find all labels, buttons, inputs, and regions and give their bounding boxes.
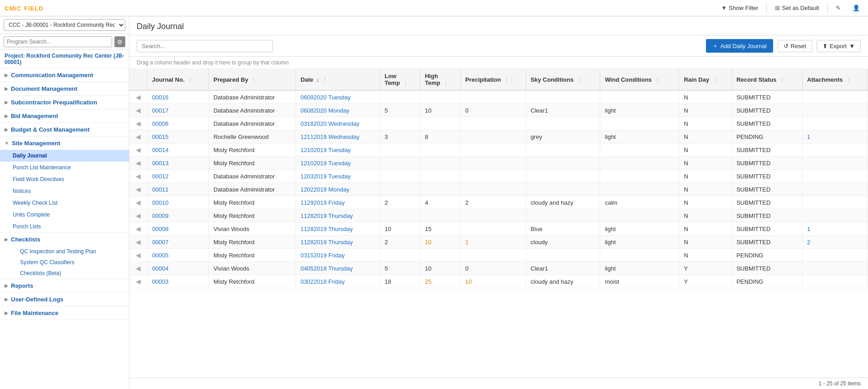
col-low-temp[interactable]: LowTemp ⋮ xyxy=(380,69,420,90)
journal-no-cell[interactable]: 00003 xyxy=(148,275,209,288)
col-menu-icon[interactable]: ⋮ xyxy=(846,78,851,83)
row-expand-button[interactable]: ◀ xyxy=(134,94,143,101)
date-cell[interactable]: 11282019 Thursday xyxy=(296,222,380,236)
attachments-cell[interactable]: 1 xyxy=(802,222,868,236)
col-menu-icon[interactable]: ⋮ xyxy=(655,78,660,83)
sidebar-item-qc-inspection[interactable]: QC Inspection and Testing Plan xyxy=(0,246,129,257)
journal-no-cell[interactable]: 00005 xyxy=(148,249,209,262)
date-cell[interactable]: 12102019 Tuesday xyxy=(296,143,380,157)
sidebar-item-budget[interactable]: ▶ Budget & Cost Management xyxy=(0,123,129,136)
date-cell[interactable]: 03152019 Friday xyxy=(296,249,380,262)
date-cell[interactable]: 12032019 Tuesday xyxy=(296,170,380,183)
sidebar-item-system-qc[interactable]: System QC Classifiers xyxy=(0,257,129,268)
sidebar-item-checklists[interactable]: ▶ Checklists xyxy=(0,233,129,246)
attachments-cell[interactable]: 2 xyxy=(802,236,868,249)
journal-no-cell[interactable]: 00015 xyxy=(148,130,209,143)
user-button[interactable]: 👤 xyxy=(849,3,863,13)
date-cell[interactable]: 11282019 Thursday xyxy=(296,209,380,222)
sidebar-item-file[interactable]: ▶ File Maintenance xyxy=(0,306,129,320)
col-menu-icon[interactable]: ⋮ xyxy=(403,81,408,86)
attachments-cell[interactable]: 1 xyxy=(802,130,868,143)
date-cell[interactable]: 06092020 Tuesday xyxy=(296,90,380,104)
date-cell[interactable]: 03022018 Friday xyxy=(296,275,380,288)
row-expand-button[interactable]: ◀ xyxy=(134,199,143,206)
row-expand-button[interactable]: ◀ xyxy=(134,159,143,167)
sidebar-item-reports[interactable]: ▶ Reports xyxy=(0,279,129,292)
journal-no-cell[interactable]: 00017 xyxy=(148,104,209,117)
col-journal-no[interactable]: Journal No. ⋮ xyxy=(148,69,209,90)
row-expand-button[interactable]: ◀ xyxy=(134,133,143,140)
journal-no-cell[interactable]: 00011 xyxy=(148,183,209,196)
col-wind[interactable]: Wind Conditions ⋮ xyxy=(600,69,679,90)
col-precipitation[interactable]: Precipitation ⋮ xyxy=(460,69,526,90)
col-menu-icon[interactable]: ⋮ xyxy=(780,78,784,83)
edit-button[interactable]: ✎ xyxy=(832,3,844,13)
row-expand-button[interactable]: ◀ xyxy=(134,186,143,193)
row-expand-button[interactable]: ◀ xyxy=(134,107,143,114)
sidebar-item-checklists-beta[interactable]: Checklists (Beta) xyxy=(0,268,129,279)
row-expand-button[interactable]: ◀ xyxy=(134,265,143,272)
journal-no-cell[interactable]: 00012 xyxy=(148,170,209,183)
journal-no-cell[interactable]: 00009 xyxy=(148,209,209,222)
journal-no-cell[interactable]: 00014 xyxy=(148,143,209,157)
row-expand-button[interactable]: ◀ xyxy=(134,238,143,246)
col-menu-icon[interactable]: ⋮ xyxy=(323,78,327,83)
add-daily-journal-button[interactable]: ＋ Add Daily Journal xyxy=(706,39,773,53)
sidebar-item-field-work[interactable]: Field Work Directives xyxy=(0,173,129,185)
journal-no-cell[interactable]: 00006 xyxy=(148,117,209,130)
sidebar-settings-button[interactable]: ⚙ xyxy=(114,36,125,47)
sidebar-item-weekly-check[interactable]: Weekly Check List xyxy=(0,197,129,209)
date-cell[interactable]: 12022019 Monday xyxy=(296,183,380,196)
sidebar-item-bid[interactable]: ▶ Bid Management xyxy=(0,109,129,123)
reset-button[interactable]: ↺ Reset xyxy=(778,40,812,52)
journal-no-cell[interactable]: 00008 xyxy=(148,222,209,236)
date-cell[interactable]: 12102019 Tuesday xyxy=(296,157,380,170)
date-cell[interactable]: 11292019 Friday xyxy=(296,196,380,209)
journal-no-cell[interactable]: 00007 xyxy=(148,236,209,249)
date-cell[interactable]: 04052018 Thursday xyxy=(296,262,380,275)
sidebar-item-site[interactable]: ▼ Site Management xyxy=(0,137,129,150)
row-expand-button[interactable]: ◀ xyxy=(134,120,143,127)
row-expand-button[interactable]: ◀ xyxy=(134,225,143,232)
col-menu-icon[interactable]: ⋮ xyxy=(504,78,509,83)
row-expand-button[interactable]: ◀ xyxy=(134,146,143,153)
col-high-temp[interactable]: HighTemp ⋮ xyxy=(420,69,460,90)
export-button[interactable]: ⬆ Export ▼ xyxy=(817,40,861,52)
col-menu-icon[interactable]: ⋮ xyxy=(188,78,192,83)
journal-no-cell[interactable]: 00010 xyxy=(148,196,209,209)
sidebar-item-punch-list[interactable]: Punch List Maintenance xyxy=(0,162,129,173)
journal-no-cell[interactable]: 00004 xyxy=(148,262,209,275)
sidebar-item-units-complete[interactable]: Units Complete xyxy=(0,209,129,221)
sidebar-search-input[interactable] xyxy=(4,36,112,47)
row-expand-button[interactable]: ◀ xyxy=(134,251,143,259)
sidebar-item-punch-lists[interactable]: Punch Lists xyxy=(0,221,129,232)
project-selector[interactable]: CCC - JB-00001 - Rockford Community Rec … xyxy=(4,19,125,31)
sidebar-item-notices[interactable]: Notices xyxy=(0,185,129,197)
journal-no-cell[interactable]: 00013 xyxy=(148,157,209,170)
show-filter-button[interactable]: ▼ Show Filter xyxy=(717,3,762,13)
col-date[interactable]: Date ↓ ⋮ xyxy=(296,69,380,90)
col-menu-icon[interactable]: ⋮ xyxy=(252,78,256,83)
sidebar-item-communication[interactable]: ▶ Communication Management xyxy=(0,69,129,82)
col-record-status[interactable]: Record Status ⋮ xyxy=(732,69,803,90)
date-cell[interactable]: 06082020 Monday xyxy=(296,104,380,117)
col-prepared-by[interactable]: Prepared By ⋮ xyxy=(209,69,296,90)
date-cell[interactable]: 03182020 Wednesday xyxy=(296,117,380,130)
col-sky[interactable]: Sky Conditions ⋮ xyxy=(526,69,600,90)
date-cell[interactable]: 12112019 Wednesday xyxy=(296,130,380,143)
col-attachments[interactable]: Attachments ⋮ xyxy=(802,69,868,90)
sidebar-item-subcontractor[interactable]: ▶ Subcontractor Prequalification xyxy=(0,96,129,109)
set-as-default-button[interactable]: ⊞ Set as Default xyxy=(771,3,823,13)
sidebar-item-document[interactable]: ▶ Document Management xyxy=(0,82,129,95)
sidebar-item-daily-journal[interactable]: Daily Journal xyxy=(0,150,129,162)
row-expand-button[interactable]: ◀ xyxy=(134,172,143,180)
row-expand-button[interactable]: ◀ xyxy=(134,278,143,285)
date-cell[interactable]: 11282019 Thursday xyxy=(296,236,380,249)
col-rain-day[interactable]: Rain Day ⋮ xyxy=(679,69,732,90)
search-input[interactable] xyxy=(137,40,273,52)
row-expand-button[interactable]: ◀ xyxy=(134,212,143,219)
col-menu-icon[interactable]: ⋮ xyxy=(444,81,448,86)
col-menu-icon[interactable]: ⋮ xyxy=(577,78,582,83)
journal-no-cell[interactable]: 00016 xyxy=(148,90,209,104)
sidebar-item-user-logs[interactable]: ▶ User-Defined Logs xyxy=(0,293,129,306)
